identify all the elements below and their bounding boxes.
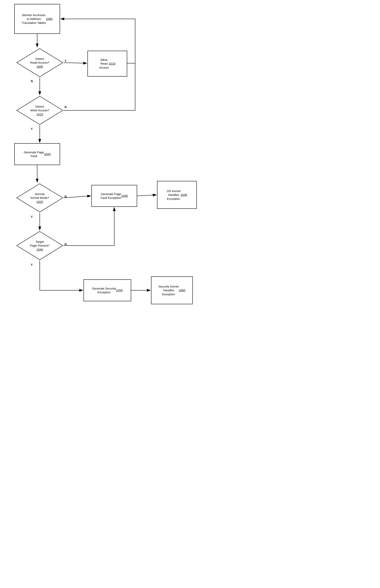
label-y-kernel: Y — [31, 215, 33, 218]
label-n-kernel: N — [65, 195, 67, 198]
label-y-read: Y — [65, 59, 66, 62]
svg-line-10 — [64, 196, 91, 198]
node-gen-page-fault: Generate PageFault1020 — [14, 143, 60, 165]
node-normal-kernel: NormalKernel Mode?1025 — [16, 183, 64, 213]
label-y-target: Y — [31, 263, 33, 266]
flowchart: Monitor Accessesto AddressTranslation Ta… — [0, 0, 380, 588]
label-y-write: Y — [31, 127, 33, 130]
node-os-kernel: OS KernelHandlesException1035 — [157, 181, 197, 209]
node-allow-read: AllowReadAccess1010 — [87, 51, 127, 77]
svg-line-6 — [64, 63, 87, 63]
label-n-read: N — [31, 79, 33, 83]
node-monitor: Monitor Accessesto AddressTranslation Ta… — [14, 4, 60, 34]
svg-line-11 — [137, 195, 156, 196]
node-detect-write: DetectWrite Access?1015 — [16, 96, 64, 125]
node-detect-read: DetectRead Access?1005 — [16, 48, 64, 78]
label-n-target: N — [65, 243, 67, 246]
node-gen-pf-exception: Generate PageFault Exception1030 — [92, 185, 137, 207]
node-target-page: TargetPage Present?1040 — [16, 231, 64, 260]
label-n-write: N — [65, 105, 67, 109]
node-sec-kernel: Security KernelHandlesException1060 — [151, 276, 193, 304]
node-gen-sec-exception: Generate SecurityException1055 — [83, 279, 131, 301]
